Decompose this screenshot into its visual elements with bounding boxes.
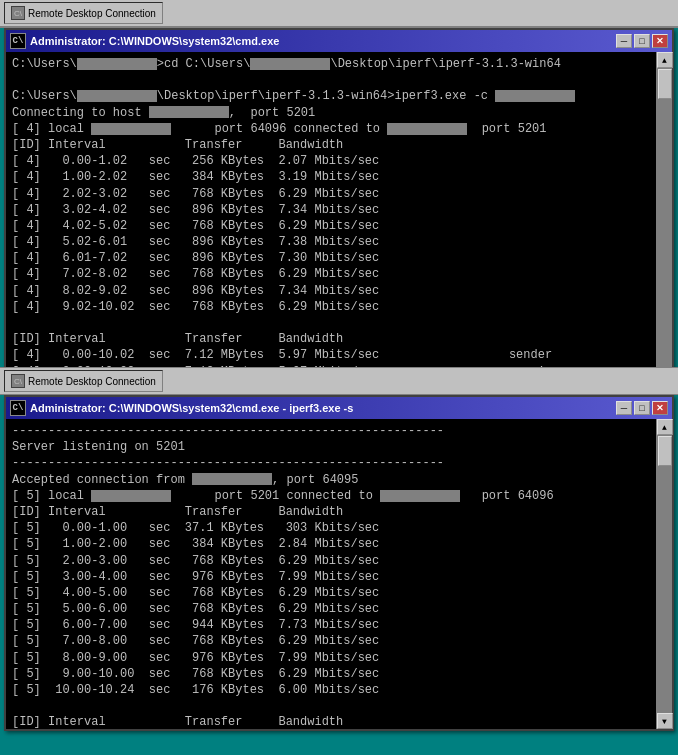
taskbar-top-title: Remote Desktop Connection (28, 8, 156, 19)
redacted-4 (495, 90, 575, 102)
cmd-line-4: [ 4] local port 64096 connected to port … (12, 121, 650, 137)
redacted-7 (387, 123, 467, 135)
b-line-10: [ 5] 3.00-4.00 sec 976 KBytes 7.99 Mbits… (12, 569, 650, 585)
title-bar-bottom: C\ Administrator: C:\WINDOWS\system32\cm… (6, 397, 672, 419)
redacted-b1 (192, 473, 272, 485)
cmd-line-5: [ID] Interval Transfer Bandwidth (12, 137, 650, 153)
maximize-button-bottom[interactable]: □ (634, 401, 650, 415)
cmd-line-8: [ 4] 2.02-3.02 sec 768 KBytes 6.29 Mbits… (12, 186, 650, 202)
scroll-down-bottom[interactable]: ▼ (657, 713, 673, 729)
close-button-top[interactable]: ✕ (652, 34, 668, 48)
cmd-line-9: [ 4] 3.02-4.02 sec 896 KBytes 7.34 Mbits… (12, 202, 650, 218)
scroll-thumb-top[interactable] (658, 69, 672, 99)
close-button-bottom[interactable]: ✕ (652, 401, 668, 415)
cmd-line-1: C:\Users\ >cd C:\Users\ \Desktop\iperf\i… (12, 56, 650, 72)
b-line-5: [ 5] local port 5201 connected to port 6… (12, 488, 650, 504)
taskbar-top-icon: C\ (11, 6, 25, 20)
scroll-track-bottom[interactable] (657, 435, 672, 713)
cmd-line-16: [ID] Interval Transfer Bandwidth (12, 331, 650, 347)
window-top: C\ Administrator: C:\WINDOWS\system32\cm… (4, 28, 674, 389)
cmd-icon-top: C\ (10, 33, 26, 49)
b-line-18: [ID] Interval Transfer Bandwidth (12, 714, 650, 729)
taskbar-middle: C\ Remote Desktop Connection (0, 367, 678, 395)
window-controls-bottom: ─ □ ✕ (616, 401, 668, 415)
b-line-2: Server listening on 5201 (12, 439, 650, 455)
cmd-line-blank-2 (12, 315, 650, 331)
cmd-line-blank-1 (12, 72, 650, 88)
taskbar-top: C\ Remote Desktop Connection (0, 0, 678, 28)
scroll-up-bottom[interactable]: ▲ (657, 419, 673, 435)
b-line-15: [ 5] 8.00-9.00 sec 976 KBytes 7.99 Mbits… (12, 650, 650, 666)
cmd-line-3: Connecting to host , port 5201 (12, 105, 650, 121)
cmd-content-bottom[interactable]: ----------------------------------------… (6, 419, 656, 729)
b-line-11: [ 5] 4.00-5.00 sec 768 KBytes 6.29 Mbits… (12, 585, 650, 601)
b-line-1: ----------------------------------------… (12, 423, 650, 439)
title-bar-top: C\ Administrator: C:\WINDOWS\system32\cm… (6, 30, 672, 52)
b-line-8: [ 5] 1.00-2.00 sec 384 KBytes 2.84 Mbits… (12, 536, 650, 552)
b-line-9: [ 5] 2.00-3.00 sec 768 KBytes 6.29 Mbits… (12, 553, 650, 569)
cmd-scroll-area-bottom: ----------------------------------------… (6, 419, 672, 729)
cmd-line-2: C:\Users\ \Desktop\iperf\iperf-3.1.3-win… (12, 88, 650, 104)
b-line-12: [ 5] 5.00-6.00 sec 768 KBytes 6.29 Mbits… (12, 601, 650, 617)
window-bottom: C\ Administrator: C:\WINDOWS\system32\cm… (4, 395, 674, 731)
taskbar-bottom-item[interactable]: C\ Remote Desktop Connection (4, 370, 163, 392)
b-line-14: [ 5] 7.00-8.00 sec 768 KBytes 6.29 Mbits… (12, 633, 650, 649)
redacted-2 (250, 58, 330, 70)
cmd-line-17: [ 4] 0.00-10.02 sec 7.12 MBytes 5.97 Mbi… (12, 347, 650, 363)
b-line-blank-1 (12, 698, 650, 714)
redacted-1 (77, 58, 157, 70)
cmd-line-12: [ 4] 6.01-7.02 sec 896 KBytes 7.30 Mbits… (12, 250, 650, 266)
b-line-3: ----------------------------------------… (12, 455, 650, 471)
minimize-button-bottom[interactable]: ─ (616, 401, 632, 415)
window-top-title: Administrator: C:\WINDOWS\system32\cmd.e… (30, 35, 612, 47)
cmd-line-11: [ 4] 5.02-6.01 sec 896 KBytes 7.38 Mbits… (12, 234, 650, 250)
taskbar-bottom-title: Remote Desktop Connection (28, 376, 156, 387)
taskbar-bottom-icon: C\ (11, 374, 25, 388)
window-bottom-title: Administrator: C:\WINDOWS\system32\cmd.e… (30, 402, 612, 414)
cmd-scroll-area-top: C:\Users\ >cd C:\Users\ \Desktop\iperf\i… (6, 52, 672, 387)
redacted-6 (91, 123, 171, 135)
scroll-track-top[interactable] (657, 68, 672, 371)
cmd-icon-bottom: C\ (10, 400, 26, 416)
b-line-17: [ 5] 10.00-10.24 sec 176 KBytes 6.00 Mbi… (12, 682, 650, 698)
scrollbar-bottom[interactable]: ▲ ▼ (656, 419, 672, 729)
cmd-line-10: [ 4] 4.02-5.02 sec 768 KBytes 6.29 Mbits… (12, 218, 650, 234)
b-line-16: [ 5] 9.00-10.00 sec 768 KBytes 6.29 Mbit… (12, 666, 650, 682)
taskbar-top-item[interactable]: C\ Remote Desktop Connection (4, 2, 163, 24)
scrollbar-top[interactable]: ▲ ▼ (656, 52, 672, 387)
cmd-line-14: [ 4] 8.02-9.02 sec 896 KBytes 7.34 Mbits… (12, 283, 650, 299)
redacted-5 (149, 106, 229, 118)
b-line-6: [ID] Interval Transfer Bandwidth (12, 504, 650, 520)
redacted-b3 (380, 490, 460, 502)
minimize-button-top[interactable]: ─ (616, 34, 632, 48)
cmd-line-7: [ 4] 1.00-2.02 sec 384 KBytes 3.19 Mbits… (12, 169, 650, 185)
cmd-line-13: [ 4] 7.02-8.02 sec 768 KBytes 6.29 Mbits… (12, 266, 650, 282)
redacted-3 (77, 90, 157, 102)
cmd-content-top[interactable]: C:\Users\ >cd C:\Users\ \Desktop\iperf\i… (6, 52, 656, 387)
b-line-4: Accepted connection from , port 64095 (12, 472, 650, 488)
window-controls-top: ─ □ ✕ (616, 34, 668, 48)
maximize-button-top[interactable]: □ (634, 34, 650, 48)
scroll-up-top[interactable]: ▲ (657, 52, 673, 68)
redacted-b2 (91, 490, 171, 502)
cmd-line-6: [ 4] 0.00-1.02 sec 256 KBytes 2.07 Mbits… (12, 153, 650, 169)
cmd-line-15: [ 4] 9.02-10.02 sec 768 KBytes 6.29 Mbit… (12, 299, 650, 315)
b-line-7: [ 5] 0.00-1.00 sec 37.1 KBytes 303 Kbits… (12, 520, 650, 536)
scroll-thumb-bottom[interactable] (658, 436, 672, 466)
b-line-13: [ 5] 6.00-7.00 sec 944 KBytes 7.73 Mbits… (12, 617, 650, 633)
